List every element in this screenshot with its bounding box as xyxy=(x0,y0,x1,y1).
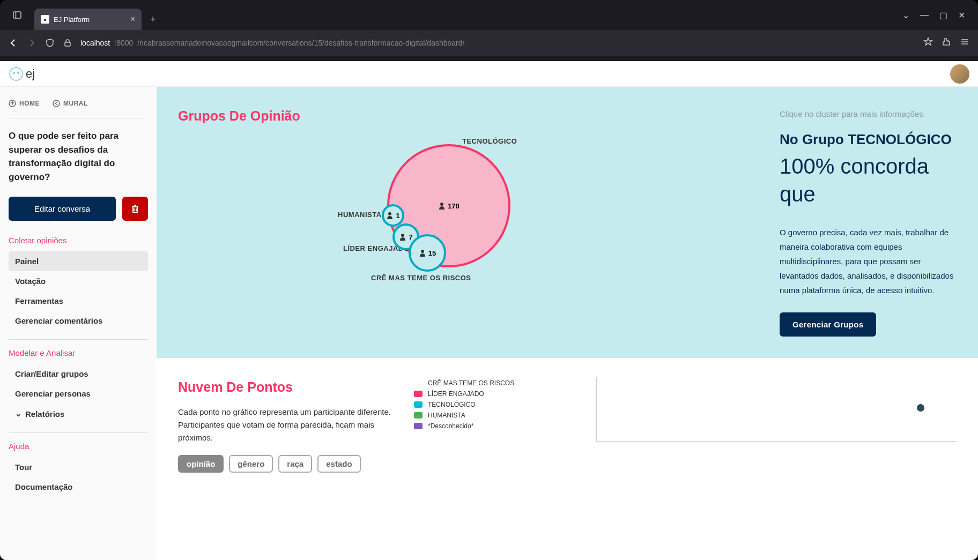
scatter-title: Nuvem De Pontos xyxy=(178,379,392,395)
legend-swatch xyxy=(414,401,423,408)
arrow-up-icon xyxy=(9,100,16,107)
group-description: O governo precisa, cada vez mais, trabal… xyxy=(780,225,957,297)
opinion-details: Clique no cluster para mais informações.… xyxy=(780,108,957,337)
bookmark-icon[interactable] xyxy=(923,37,933,49)
person-icon xyxy=(438,202,446,210)
logo-text: ej xyxy=(26,67,35,81)
edit-conversation-button[interactable]: Editar conversa xyxy=(9,197,116,221)
lock-icon[interactable] xyxy=(63,39,72,47)
close-icon[interactable]: ✕ xyxy=(958,10,965,20)
group-title: No Grupo TECNOLÓGICO xyxy=(780,131,957,148)
sidebar-item-gerenciar-comentarios[interactable]: Gerenciar comentários xyxy=(9,311,148,331)
svg-point-14 xyxy=(421,250,424,253)
back-button[interactable] xyxy=(9,38,18,48)
sidebar-item-ferramentas[interactable]: Ferramentas xyxy=(9,291,148,311)
sidebar-item-documentacao[interactable]: Documentação xyxy=(9,477,148,497)
scatter-plot[interactable] xyxy=(596,377,957,442)
chip-estado[interactable]: estado xyxy=(317,455,360,473)
sidebar-item-gerenciar-personas[interactable]: Gerenciar personas xyxy=(9,384,148,404)
tab-favicon-icon: ● xyxy=(41,15,49,24)
cluster-cre[interactable]: 15 xyxy=(409,234,446,272)
extension-icon[interactable] xyxy=(942,37,951,49)
cluster-label-cre: CRÊ MAS TEME OS RISCOS xyxy=(371,274,471,282)
section-collect-opinions: Coletar opiniões xyxy=(9,236,148,245)
app-container: ej HOME MURAL O que pode ser feito para … xyxy=(0,61,978,560)
svg-rect-0 xyxy=(13,12,21,18)
breadcrumb: HOME MURAL xyxy=(9,100,148,107)
divider xyxy=(9,339,148,340)
logo[interactable]: ej xyxy=(9,66,35,81)
cluster-visualization: TECNOLÓGICO 170 HUMANISTA 1 LÍDER ENGAJA… xyxy=(317,135,758,317)
legend-swatch xyxy=(414,412,423,419)
sidebar-toggle-icon[interactable] xyxy=(4,11,30,19)
breadcrumb-home[interactable]: HOME xyxy=(9,100,40,107)
tab-bar: ● EJ Platform × + ⌄ — ▢ ✕ xyxy=(0,0,978,30)
panel-title: Grupos De Opinião xyxy=(178,108,758,124)
sidebar-item-criar-grupos[interactable]: Criar/Editar grupos xyxy=(9,364,148,384)
filter-chips: opinião gênero raça estado xyxy=(178,455,392,473)
sidebar-item-painel[interactable]: Painel xyxy=(9,251,148,271)
svg-point-10 xyxy=(53,100,60,107)
group-stat: 100% concorda que xyxy=(780,152,957,208)
chip-genero[interactable]: gênero xyxy=(229,455,273,473)
cluster-count: 1 xyxy=(396,212,399,220)
page-title: O que pode ser feito para superar os des… xyxy=(9,129,148,184)
manage-groups-button[interactable]: Gerenciar Grupos xyxy=(780,312,876,337)
maximize-icon[interactable]: ▢ xyxy=(939,10,947,20)
divider xyxy=(9,432,148,433)
chip-opiniao[interactable]: opinião xyxy=(178,455,224,473)
window-controls: ⌄ — ▢ ✕ xyxy=(902,10,974,20)
menu-icon[interactable] xyxy=(960,37,969,49)
cluster-count: 170 xyxy=(448,202,460,210)
legend-swatch xyxy=(414,391,423,397)
scatter-point[interactable] xyxy=(917,404,924,412)
svg-point-12 xyxy=(388,212,391,215)
cluster-humanista[interactable]: 1 xyxy=(382,204,404,227)
toolbar-icons xyxy=(923,37,969,49)
person-icon xyxy=(386,212,394,219)
sidebar: HOME MURAL O que pode ser feito para sup… xyxy=(0,87,157,560)
opinion-viz-area: Grupos De Opinião TECNOLÓGICO 170 HUMANI… xyxy=(178,108,758,337)
chip-raca[interactable]: raça xyxy=(278,455,312,473)
scatter-chart-area: CRÊ MAS TEME OS RISCOS LÍDER ENGAJADO TE… xyxy=(414,379,957,473)
delete-conversation-button[interactable] xyxy=(122,197,148,221)
url-path: /ricabrassemanadeinovacaogmailcom/conver… xyxy=(137,39,464,47)
svg-point-13 xyxy=(401,234,404,237)
cluster-label-humanista: HUMANISTA xyxy=(338,211,382,219)
avatar[interactable] xyxy=(950,64,969,84)
svg-point-6 xyxy=(10,68,23,80)
sidebar-item-votacao[interactable]: Votação xyxy=(9,271,148,291)
legend-label: TECNOLÓGICO xyxy=(428,401,476,408)
nav-bar: localhost:8000/ricabrassemanadeinovacaog… xyxy=(0,30,978,56)
minimize-icon[interactable]: — xyxy=(920,10,929,20)
legend-label: CRÊ MAS TEME OS RISCOS xyxy=(428,379,514,387)
legend-swatch xyxy=(414,380,423,386)
tab-close-icon[interactable]: × xyxy=(130,14,135,24)
url-host: localhost xyxy=(80,39,110,47)
breadcrumb-mural[interactable]: MURAL xyxy=(53,100,88,107)
browser-chrome: ● EJ Platform × + ⌄ — ▢ ✕ localhost:8000… xyxy=(0,0,978,61)
sidebar-item-tour[interactable]: Tour xyxy=(9,457,148,477)
browser-tab[interactable]: ● EJ Platform × xyxy=(34,9,142,30)
forward-button[interactable] xyxy=(27,38,36,48)
cluster-label-tecnologico: TECNOLÓGICO xyxy=(462,137,517,145)
scatter-info: Nuvem De Pontos Cada ponto no gráfico re… xyxy=(178,379,392,473)
breadcrumb-mural-label: MURAL xyxy=(63,100,88,107)
legend-label: *Desconhecido* xyxy=(428,422,473,430)
new-tab-button[interactable]: + xyxy=(150,14,156,25)
person-icon xyxy=(399,233,406,241)
shield-icon[interactable] xyxy=(45,38,55,48)
hint-text: Clique no cluster para mais informações. xyxy=(780,108,957,121)
sidebar-item-relatorios[interactable]: Relatórios xyxy=(9,404,148,424)
chevron-down-icon[interactable]: ⌄ xyxy=(902,10,909,20)
legend-swatch xyxy=(414,423,423,429)
url-port: :8000 xyxy=(114,39,133,47)
logo-icon xyxy=(9,66,24,81)
url-bar[interactable]: localhost:8000/ricabrassemanadeinovacaog… xyxy=(80,39,915,47)
svg-point-11 xyxy=(440,203,443,206)
svg-point-8 xyxy=(17,72,19,74)
divider xyxy=(9,118,148,118)
cluster-count: 7 xyxy=(409,233,412,241)
app-header: ej xyxy=(0,61,978,87)
person-icon xyxy=(419,249,426,257)
